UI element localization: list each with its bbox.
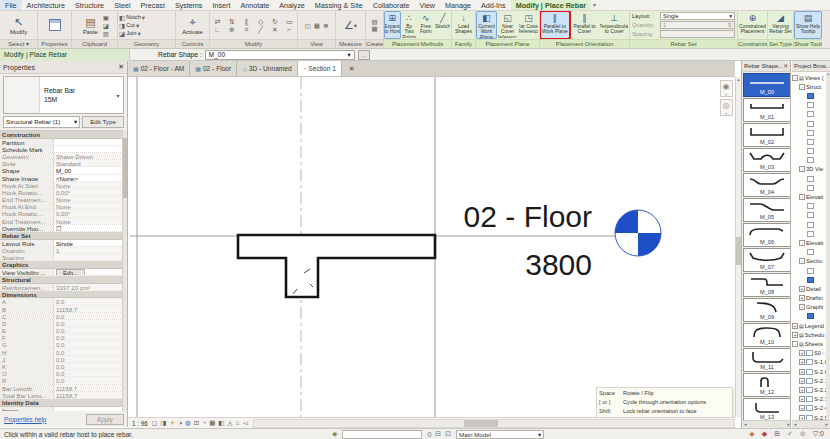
clipboard-icon-3[interactable]: ▥	[103, 30, 109, 37]
panel-label-placement-methods[interactable]: Placement Methods	[384, 39, 451, 48]
property-group-construction[interactable]: Construction	[0, 131, 123, 139]
property-value-field[interactable]: 0.0	[54, 327, 123, 333]
modify-tool-icon-9[interactable]: ≡	[240, 26, 253, 33]
tree-row-view-15[interactable]	[792, 211, 826, 220]
tree-row-views[interactable]: -▤Views (	[792, 73, 826, 82]
zoom-tool-icon[interactable]: ◎▾	[720, 99, 733, 116]
view-control-icon-12[interactable]: ◅	[242, 418, 247, 428]
property-value-field[interactable]: 0.0	[54, 377, 123, 383]
view-item-icon[interactable]	[807, 139, 814, 145]
tree-expander-icon[interactable]: -	[792, 75, 798, 81]
scrollbar-thumb[interactable]	[464, 420, 498, 427]
measure-dropdown-icon[interactable]: ▾	[354, 22, 357, 29]
view-item-icon[interactable]	[807, 130, 814, 136]
status-icon-2[interactable]: ◆	[762, 430, 767, 438]
tree-expander-icon[interactable]: +	[799, 295, 805, 301]
panel-label-placement-orientation[interactable]: Placement Orientation	[540, 39, 629, 48]
quantity-field[interactable]: 1⇅	[660, 21, 735, 29]
panel-label-constraints[interactable]: Constraints	[738, 39, 767, 48]
tree-row-graphi[interactable]: -Graphi	[792, 303, 826, 312]
rebar-shape-m-02[interactable]: M_02	[743, 123, 791, 147]
scroll-right-icon[interactable]: ▸	[825, 421, 828, 428]
view-control-icon-4[interactable]: ◑	[178, 418, 182, 428]
ribbon-tab-systems[interactable]: Systems	[170, 0, 208, 10]
tree-row-struct[interactable]: -Struct	[792, 82, 826, 91]
design-option-icon-2[interactable]: ⊡	[445, 430, 451, 438]
rebar-shape-m-09[interactable]: M_09	[743, 298, 791, 322]
rebar-shape-m-13[interactable]: M_13	[743, 398, 791, 420]
panel-label-family[interactable]: Family	[452, 39, 475, 48]
property-value-field[interactable]: 1	[54, 247, 123, 253]
tree-row-view-12[interactable]	[792, 183, 826, 192]
view-item-icon[interactable]	[807, 277, 814, 283]
property-value-field[interactable]: None	[54, 182, 123, 188]
panel-label-show-tooltip[interactable]: Show Tooltip	[794, 39, 822, 48]
horizontal-scrollbar[interactable]	[253, 419, 735, 428]
view-item-icon[interactable]	[807, 268, 814, 274]
property-value-field[interactable]: Single	[54, 240, 123, 246]
view-tab-02-floor[interactable]: ▦02 - Floor	[190, 61, 237, 76]
property-value-field[interactable]: 0.0	[54, 313, 123, 319]
view-item-icon[interactable]	[807, 121, 814, 127]
status-icon-5[interactable]: ⊘	[800, 430, 806, 438]
ribbon-tab-insert[interactable]: Insert	[207, 0, 235, 10]
level-name-text[interactable]: 02 - Floor	[464, 200, 592, 233]
tree-row-view-5[interactable]	[792, 119, 826, 128]
parallel-to-cover-button[interactable]: ∥Parallel to Cover	[570, 11, 600, 39]
panel-label-placement-plane[interactable]: Placement Plane	[476, 39, 539, 48]
rebar-shape-m-03[interactable]: M_03	[743, 148, 791, 172]
project-browser-scrollbar[interactable]: ▴	[826, 72, 830, 420]
tree-expander-icon[interactable]: +	[792, 332, 798, 338]
tree-expander-icon[interactable]: -	[792, 341, 798, 347]
tree-row-legend[interactable]: +▤Legend	[792, 321, 826, 330]
create-tool-icon-2[interactable]: ▦	[371, 25, 377, 32]
property-value-field[interactable]: 0.0	[54, 356, 123, 362]
free-form-button[interactable]: ∿Free Form	[418, 11, 435, 39]
type-selector-dropdown-icon[interactable]: ▾	[113, 92, 123, 99]
scroll-up-icon[interactable]: ▴	[737, 77, 739, 82]
design-option-icon[interactable]: ⊟	[435, 430, 441, 438]
property-value-field[interactable]: 0.0	[54, 334, 123, 340]
panel-label-rebar-set[interactable]: Rebar Set	[630, 39, 737, 48]
view-tool-icon-2[interactable]: ▦	[314, 22, 320, 29]
tree-row-s0-u[interactable]: +S0 - U	[792, 349, 826, 358]
rebar-shape-hscrollbar[interactable]: ◂ ▸	[742, 420, 791, 428]
view-item-icon[interactable]	[807, 157, 814, 163]
geometry-item-cut[interactable]: ◨Cut▾	[119, 21, 174, 29]
tree-row-s-2-3[interactable]: +S-2.3 -	[792, 395, 826, 404]
tree-expander-icon[interactable]: +	[799, 378, 805, 384]
ribbon-tab-massing-site[interactable]: Massing & Site	[310, 0, 368, 10]
ribbon-tab-add-ins[interactable]: Add-Ins	[476, 0, 511, 10]
rebar-shape-m-05[interactable]: M_05	[743, 198, 791, 222]
tree-expander-icon[interactable]: -	[799, 240, 805, 246]
status-icon-3[interactable]: ⊞	[774, 430, 780, 438]
rebar-shape-m-01[interactable]: M_01	[743, 98, 791, 122]
modify-tool-icon-4[interactable]: ◇	[254, 18, 267, 25]
view-tab-section-1[interactable]: ◔Section 1	[298, 61, 342, 76]
rebar-shape-m-00[interactable]: M_00	[743, 73, 791, 97]
view-control-icon-9[interactable]: ◧	[218, 418, 224, 428]
properties-close-icon[interactable]: ✕	[118, 63, 124, 71]
tree-row-view-2[interactable]	[792, 91, 826, 100]
view-control-icon-10[interactable]: ◬	[227, 418, 232, 428]
properties-toggle-button[interactable]	[46, 12, 64, 38]
modify-tool-icon-8[interactable]: ⊕	[225, 26, 238, 33]
property-value-field[interactable]: Shape Driven	[54, 153, 123, 159]
property-value-field[interactable]: 0.0	[54, 363, 123, 369]
view-tab-02-floor-am[interactable]: ▦02 - Floor - AM	[128, 61, 190, 76]
tree-row-view-16[interactable]	[792, 220, 826, 229]
near-cover-reference-button[interactable]: ◱Near Cover Reference	[497, 11, 518, 39]
scroll-left-icon[interactable]: ◂	[794, 421, 797, 428]
modify-tool-icon-1[interactable]: ⇄	[211, 18, 224, 25]
tree-expander-icon[interactable]: +	[799, 396, 805, 402]
view-item-icon[interactable]	[807, 313, 814, 319]
worksets-icon[interactable]: ◈	[332, 430, 337, 438]
property-value-field[interactable]	[54, 254, 123, 260]
level-head-symbol[interactable]	[615, 210, 661, 256]
property-group-dimensions[interactable]: Dimensions	[0, 291, 123, 299]
view-item-icon[interactable]	[807, 102, 814, 108]
panel-label-clipboard[interactable]: Clipboard	[72, 39, 117, 48]
perpendicular-to-cover-button[interactable]: ⊥Perpendicular to Cover	[599, 11, 629, 39]
panel-label-create[interactable]: Create	[366, 39, 383, 48]
tree-expander-icon[interactable]: -	[799, 304, 805, 310]
